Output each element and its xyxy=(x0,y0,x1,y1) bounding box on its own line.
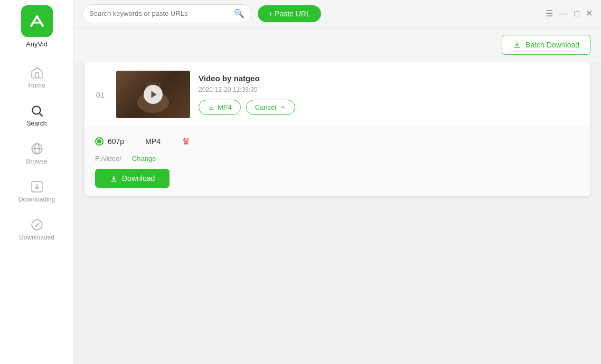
sidebar-item-browse[interactable]: Browse xyxy=(0,135,73,173)
video-title: Video by natgeo xyxy=(199,74,574,83)
menu-icon[interactable]: ☰ xyxy=(546,8,553,18)
video-actions: MP4 Cancel xyxy=(199,100,574,115)
quality-radio[interactable] xyxy=(95,137,104,146)
premium-crown-icon: ♛ xyxy=(182,136,190,147)
close-icon[interactable]: ✕ xyxy=(586,8,593,18)
home-icon xyxy=(30,66,44,80)
batch-download-button[interactable]: Batch Download xyxy=(502,35,590,55)
quality-format-row: 607p MP4 ♛ xyxy=(95,136,580,147)
play-button[interactable] xyxy=(144,85,163,104)
svg-line-1 xyxy=(39,113,42,117)
content-header: Batch Download xyxy=(74,27,601,62)
format-value: MP4 xyxy=(145,137,161,146)
content-area: 01 xyxy=(74,62,601,364)
video-card: 01 xyxy=(84,62,590,196)
app-logo-icon[interactable] xyxy=(21,5,53,37)
minimize-icon[interactable]: — xyxy=(559,9,568,18)
main-content: 🔍 + Paste URL ☰ — □ ✕ Batch Download 01 xyxy=(74,0,601,364)
batch-download-icon xyxy=(513,41,521,49)
cancel-button[interactable]: Cancel xyxy=(246,100,295,115)
window-controls: ☰ — □ ✕ xyxy=(546,8,593,18)
video-thumbnail xyxy=(116,71,190,118)
svg-marker-20 xyxy=(151,91,156,98)
download-icon xyxy=(110,175,118,183)
search-bar-container[interactable]: 🔍 xyxy=(82,4,251,23)
downloaded-nav-label: Downloaded xyxy=(19,234,54,241)
svg-point-7 xyxy=(32,219,42,230)
video-date: 2020-12-20 11:39:35 xyxy=(199,86,574,93)
titlebar: 🔍 + Paste URL ☰ — □ ✕ xyxy=(74,0,601,27)
cancel-chevron-icon xyxy=(279,104,286,111)
download-button[interactable]: Download xyxy=(95,169,170,188)
sidebar-item-downloading[interactable]: Downloading xyxy=(0,173,73,210)
maximize-icon[interactable]: □ xyxy=(574,9,579,18)
logo-area: AnyVid xyxy=(21,5,53,48)
downloaded-icon xyxy=(30,218,44,232)
video-number: 01 xyxy=(84,90,116,99)
browse-nav-label: Browse xyxy=(26,158,47,165)
search-nav-label: Search xyxy=(26,120,46,127)
quality-selector[interactable]: 607p xyxy=(95,137,124,146)
mp4-download-icon xyxy=(208,104,214,111)
video-card-header: 01 xyxy=(84,62,590,127)
search-input[interactable] xyxy=(89,9,230,17)
browse-icon xyxy=(30,142,44,156)
quality-radio-inner xyxy=(97,139,101,143)
search-submit-icon[interactable]: 🔍 xyxy=(234,8,245,18)
downloading-nav-label: Downloading xyxy=(18,196,55,203)
home-nav-label: Home xyxy=(28,82,45,89)
mp4-button[interactable]: MP4 xyxy=(199,100,241,115)
path-row: F:/video/ Change xyxy=(95,155,580,162)
download-path: F:/video/ xyxy=(95,155,121,162)
app-name-label: AnyVid xyxy=(26,40,48,48)
sidebar-item-search[interactable]: Search xyxy=(0,97,73,135)
quality-value: 607p xyxy=(108,137,124,146)
svg-point-14 xyxy=(147,80,151,85)
svg-point-15 xyxy=(156,80,159,85)
change-path-link[interactable]: Change xyxy=(132,155,156,162)
svg-point-0 xyxy=(32,106,40,114)
paste-url-button[interactable]: + Paste URL xyxy=(258,5,321,22)
sidebar-item-downloaded[interactable]: Downloaded xyxy=(0,210,73,248)
video-info: Video by natgeo 2020-12-20 11:39:35 MP4 xyxy=(190,74,582,115)
sidebar: AnyVid Home Search Browse Downloading xyxy=(0,0,74,364)
video-card-options: 607p MP4 ♛ F:/video/ Change Download xyxy=(84,127,590,196)
downloading-icon xyxy=(30,180,44,194)
search-icon xyxy=(30,104,44,118)
sidebar-item-home[interactable]: Home xyxy=(0,59,73,97)
